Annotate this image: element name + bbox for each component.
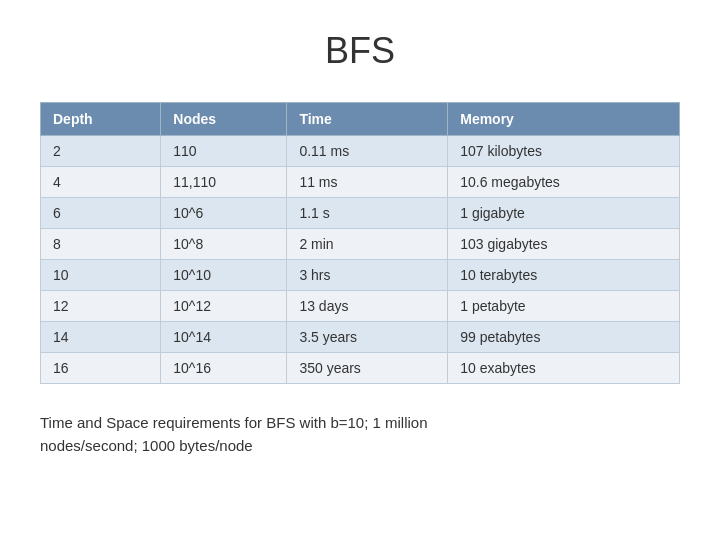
- cell-depth: 10: [41, 260, 161, 291]
- cell-depth: 6: [41, 198, 161, 229]
- col-header-memory: Memory: [448, 103, 680, 136]
- cell-memory: 1 petabyte: [448, 291, 680, 322]
- cell-depth: 16: [41, 353, 161, 384]
- cell-time: 0.11 ms: [287, 136, 448, 167]
- cell-nodes: 10^10: [161, 260, 287, 291]
- cell-memory: 10 exabytes: [448, 353, 680, 384]
- cell-nodes: 110: [161, 136, 287, 167]
- table-row: 411,11011 ms10.6 megabytes: [41, 167, 680, 198]
- cell-memory: 107 kilobytes: [448, 136, 680, 167]
- cell-depth: 8: [41, 229, 161, 260]
- table-row: 1210^1213 days1 petabyte: [41, 291, 680, 322]
- cell-nodes: 10^16: [161, 353, 287, 384]
- table-row: 610^61.1 s1 gigabyte: [41, 198, 680, 229]
- caption: Time and Space requirements for BFS with…: [40, 412, 428, 457]
- table-row: 1610^16350 years10 exabytes: [41, 353, 680, 384]
- col-header-nodes: Nodes: [161, 103, 287, 136]
- table-row: 810^82 min103 gigabytes: [41, 229, 680, 260]
- cell-memory: 1 gigabyte: [448, 198, 680, 229]
- cell-nodes: 10^6: [161, 198, 287, 229]
- caption-line2: nodes/second; 1000 bytes/node: [40, 437, 253, 454]
- table-row: 1410^143.5 years99 petabytes: [41, 322, 680, 353]
- cell-time: 3 hrs: [287, 260, 448, 291]
- table-header-row: Depth Nodes Time Memory: [41, 103, 680, 136]
- bfs-table: Depth Nodes Time Memory 21100.11 ms107 k…: [40, 102, 680, 384]
- cell-nodes: 10^8: [161, 229, 287, 260]
- table-row: 21100.11 ms107 kilobytes: [41, 136, 680, 167]
- col-header-time: Time: [287, 103, 448, 136]
- cell-memory: 103 gigabytes: [448, 229, 680, 260]
- cell-depth: 12: [41, 291, 161, 322]
- bfs-table-container: Depth Nodes Time Memory 21100.11 ms107 k…: [40, 102, 680, 384]
- cell-nodes: 10^12: [161, 291, 287, 322]
- cell-time: 1.1 s: [287, 198, 448, 229]
- cell-time: 350 years: [287, 353, 448, 384]
- cell-depth: 2: [41, 136, 161, 167]
- cell-depth: 14: [41, 322, 161, 353]
- col-header-depth: Depth: [41, 103, 161, 136]
- table-row: 1010^103 hrs10 terabytes: [41, 260, 680, 291]
- cell-memory: 99 petabytes: [448, 322, 680, 353]
- cell-memory: 10 terabytes: [448, 260, 680, 291]
- caption-line1: Time and Space requirements for BFS with…: [40, 414, 428, 431]
- cell-time: 2 min: [287, 229, 448, 260]
- cell-depth: 4: [41, 167, 161, 198]
- cell-nodes: 10^14: [161, 322, 287, 353]
- cell-time: 11 ms: [287, 167, 448, 198]
- cell-nodes: 11,110: [161, 167, 287, 198]
- cell-time: 3.5 years: [287, 322, 448, 353]
- cell-memory: 10.6 megabytes: [448, 167, 680, 198]
- cell-time: 13 days: [287, 291, 448, 322]
- page-title: BFS: [325, 30, 395, 72]
